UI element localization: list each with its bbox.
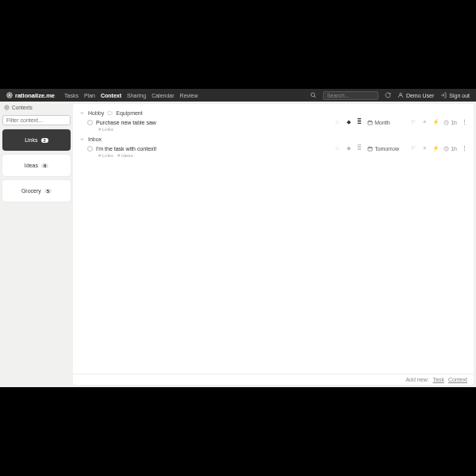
brand-logo[interactable]: rationalize.me	[6, 92, 55, 99]
context-card-ideas[interactable]: Ideas 6	[2, 155, 71, 176]
nav-plan[interactable]: Plan	[84, 93, 95, 98]
task-actions: ☆ ◆ ≣ Tomorrow ⚐ ☀ ⚡ 1h	[334, 145, 467, 152]
main-content: Hobby Equipment Purchase new table saw ☆…	[73, 104, 474, 374]
main-nav: Tasks Plan Context Sharing Calendar Revi…	[64, 93, 198, 98]
contexts-icon	[4, 105, 10, 110]
nav-sharing[interactable]: Sharing	[127, 93, 146, 98]
nav-calendar[interactable]: Calendar	[152, 93, 174, 98]
sun-icon[interactable]: ☀	[421, 145, 428, 152]
brand-text: rationalize.me	[15, 92, 55, 99]
task-tags: # Links # Ideas	[79, 153, 467, 161]
calendar-icon	[367, 146, 373, 152]
folder-icon	[107, 110, 113, 116]
header-right: Demo User Sign out	[310, 91, 470, 100]
letterbox-top	[0, 0, 476, 89]
sidebar-heading-text: Contexts	[12, 105, 33, 110]
priority-icon[interactable]: ◆	[345, 119, 351, 125]
user-menu[interactable]: Demo User	[397, 92, 434, 98]
tag-chip[interactable]: # Ideas	[117, 153, 133, 158]
task-duration[interactable]: 1h	[443, 146, 457, 152]
app-header: rationalize.me Tasks Plan Context Sharin…	[0, 89, 476, 102]
task-checkbox[interactable]	[87, 120, 93, 125]
add-task-link[interactable]: Task	[433, 377, 444, 382]
filter-context-input[interactable]	[2, 115, 71, 125]
app-root: rationalize.me Tasks Plan Context Sharin…	[0, 89, 476, 387]
context-label: Grocery	[21, 188, 41, 194]
clock-icon	[443, 120, 449, 125]
letterbox-bottom	[0, 387, 476, 476]
svg-rect-5	[368, 121, 372, 125]
user-icon	[397, 92, 404, 98]
bolt-icon[interactable]: ⚡	[432, 119, 439, 125]
nav-context[interactable]: Context	[101, 93, 121, 98]
star-icon[interactable]: ☆	[334, 145, 340, 152]
task-row[interactable]: I'm the task with context! ☆ ◆ ≣ Tomorro…	[79, 144, 467, 153]
tag-chip[interactable]: # Links	[98, 127, 113, 132]
flag-icon[interactable]: ⚐	[410, 119, 416, 125]
signout-label: Sign out	[449, 93, 470, 98]
task-checkbox[interactable]	[87, 146, 93, 152]
nav-review[interactable]: Review	[180, 93, 198, 98]
task-row[interactable]: Purchase new table saw ☆ ◆ ≣ Month ⚐ ☀ ⚡	[79, 117, 467, 127]
group-subname: Equipment	[116, 110, 142, 116]
sidebar-heading: Contexts	[2, 104, 71, 111]
search-input[interactable]	[323, 91, 378, 100]
duration-label: 1h	[451, 120, 457, 125]
group-name: Hobby	[88, 110, 104, 116]
calendar-icon	[367, 120, 373, 125]
svg-point-2	[400, 93, 402, 95]
context-label: Links	[25, 137, 37, 143]
svg-point-3	[5, 106, 9, 109]
star-icon[interactable]: ☆	[334, 119, 340, 125]
more-menu[interactable]: ⋮	[462, 119, 467, 125]
more-menu[interactable]: ⋮	[462, 145, 467, 152]
bolt-icon[interactable]: ⚡	[432, 145, 439, 152]
group-header-hobby[interactable]: Hobby Equipment	[79, 109, 467, 117]
group-header-inbox[interactable]: Inbox	[79, 135, 467, 144]
context-count-badge: 2	[41, 138, 48, 143]
signout-icon	[440, 92, 447, 98]
tag-chip[interactable]: # Links	[98, 153, 113, 158]
footer-label: Add new:	[405, 377, 428, 382]
task-duration[interactable]: 1h	[443, 120, 457, 125]
nav-tasks[interactable]: Tasks	[64, 93, 79, 98]
search-icon[interactable]	[310, 92, 317, 98]
main-panel: Hobby Equipment Purchase new table saw ☆…	[73, 104, 474, 385]
svg-point-4	[6, 107, 8, 109]
logo-icon	[6, 92, 13, 98]
user-name: Demo User	[406, 93, 434, 98]
task-title: I'm the task with context!	[93, 146, 334, 152]
task-actions: ☆ ◆ ≣ Month ⚐ ☀ ⚡ 1h	[334, 119, 467, 125]
list-icon[interactable]: ≣	[356, 145, 363, 152]
sun-icon[interactable]: ☀	[421, 119, 428, 125]
signout-button[interactable]: Sign out	[440, 92, 470, 98]
list-icon[interactable]: ≣	[356, 119, 363, 125]
chevron-down-icon	[79, 136, 85, 142]
date-label: Month	[374, 120, 390, 125]
sync-icon[interactable]	[385, 92, 391, 98]
task-date[interactable]: Month	[367, 120, 405, 125]
context-count-badge: 5	[44, 189, 52, 194]
body: Contexts Links 2 Ideas 6 Grocery 5 Hob	[0, 102, 476, 387]
context-card-grocery[interactable]: Grocery 5	[2, 180, 71, 202]
svg-rect-7	[368, 147, 372, 151]
task-title: Purchase new table saw	[93, 120, 334, 125]
context-card-links[interactable]: Links 2	[2, 129, 71, 151]
main-footer: Add new: Task Context	[73, 374, 474, 385]
duration-label: 1h	[451, 146, 457, 152]
add-context-link[interactable]: Context	[448, 377, 467, 382]
context-label: Ideas	[25, 163, 38, 168]
group-name: Inbox	[88, 136, 102, 142]
flag-icon[interactable]: ⚐	[410, 145, 416, 152]
clock-icon	[443, 146, 449, 152]
date-label: Tomorrow	[374, 146, 399, 152]
sidebar: Contexts Links 2 Ideas 6 Grocery 5	[0, 102, 73, 387]
priority-icon[interactable]: ◆	[345, 145, 351, 152]
svg-point-1	[311, 93, 315, 97]
task-tags: # Links	[79, 127, 467, 135]
chevron-down-icon	[79, 110, 85, 116]
task-date[interactable]: Tomorrow	[367, 146, 405, 152]
context-count-badge: 6	[41, 163, 48, 168]
